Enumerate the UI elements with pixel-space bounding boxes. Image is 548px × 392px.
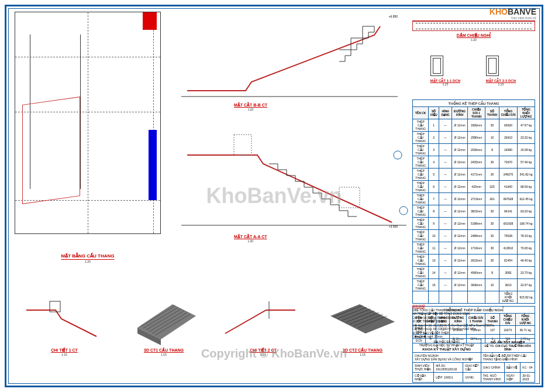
detail-row: CHI TIẾT 1 CT1:15 3D CT1 CẦU THANG1:15 C… <box>15 293 412 374</box>
tb-task: GIAO CHÍNH <box>481 363 504 373</box>
sec22-scale: 1:15 <box>486 82 516 86</box>
table-row: THÉP CẤU THANG13—Ø 12mm2615mm308145446.4… <box>413 255 535 267</box>
section-bb-title: MẶT CẮT B-B CT <box>234 103 267 107</box>
tb-date: 30-01-2023 <box>521 373 535 383</box>
detail-3d-1: 3D CT1 CẦU THANG1:15 <box>117 293 211 374</box>
svg-rect-1 <box>234 135 251 155</box>
svg-rect-2 <box>339 187 360 208</box>
tb-sheet: KC - 04 <box>521 363 535 373</box>
section-bb: +6.850 MẶT CẮT B-B CT 1:20 <box>175 12 404 111</box>
tb-topic: CHI CỤC THUẾ TỈNH HÒA BÌNH <box>495 344 531 351</box>
section-aa: +3.500 MẶT CẮT A-A CT 1:20 <box>175 120 409 243</box>
detail-1: CHI TIẾT 1 CT1:15 <box>18 293 111 374</box>
svg-point-3 <box>394 151 402 159</box>
plan-title: MẶT BẰNG CẦU THANG <box>61 253 115 260</box>
tb-advisor-label: CỐ VẤN NHẤT: <box>413 373 434 383</box>
col-header: TỔNG CHIỀU DÀI <box>499 107 518 119</box>
detail2-title: CHI TIẾT 2 CT <box>250 348 277 352</box>
site-logo: KHOBANVE THU VIEN BAN VE <box>490 7 536 20</box>
tb-project: ĐỒ ÁN TỐT NGHIỆP <box>483 340 533 344</box>
table-row: THÉP CẤU THANG14—Ø 12mm4560mm8308223.70 … <box>413 267 535 279</box>
table-row: THÉP CẤU THANG4—Ø 12mm2425mm307267057.46… <box>413 156 535 169</box>
svg-point-4 <box>399 207 408 215</box>
tb-dept: KHOA KỸ THUẬT XÂY DỰNG <box>415 347 479 351</box>
table-row: THÉP CẤU THANG1—Ø 12mm1826mm306062047.97… <box>413 119 535 132</box>
table-row: THÉP CẤU THANG8—Ø 12mm3815mm306914163.20… <box>413 205 535 218</box>
tb-class: 19XD1 <box>444 376 453 379</box>
section-aa-title: MẶT CẮT A-A CT <box>234 235 267 239</box>
col-header: CHIỀU DÀI 1 THANH <box>468 107 485 119</box>
section-22-dcn: MẶT CẮT 2-2 DCN 1:15 <box>486 56 516 86</box>
table-row: THÉP CẤU THANG10—Ø 12mm2489mm307952878.3… <box>413 230 535 242</box>
col-header: SỐ THANH <box>485 107 499 119</box>
level-bot-label: +3.500 <box>389 225 398 228</box>
detail3d2-title: 3D CT2 CẦU THANG <box>343 348 382 352</box>
general-notes: GHI CHÚ 1/BÊ TÔNG CẦU THANG SỬ DỤNG:MA T… <box>412 304 535 339</box>
beam-title: DẦM CHIẾU NGHỈ <box>457 33 491 37</box>
detail1-title: CHI TIẾT 1 CT <box>51 348 78 352</box>
col-header: TÊN CK <box>413 107 429 119</box>
staircase-plan: MẶT BẰNG CẦU THANG 1:20 <box>15 12 161 263</box>
table-row: THÉP CẤU THANG7—Ø 12mm2713mm261697628612… <box>413 193 535 205</box>
col-header: TỔNG KHỐI LƯỢNG <box>518 107 535 119</box>
tb-msv: 1911505120132 <box>436 367 457 371</box>
table1: TÊN CKSỐ HIỆUHÌNH DẠNGĐƯỜNG KÍNHCHIỀU DÀ… <box>412 106 535 304</box>
section-bb-scale: 1:20 <box>234 108 267 111</box>
detail-3d-2: 3D CT2 CẦU THANG1:15 <box>316 293 409 374</box>
detail-2: CHI TIẾT 2 CT1:15 <box>216 293 310 374</box>
beam-scale: 1:20 <box>412 38 535 42</box>
table-row: THÉP CẤU THANG6—Ø 12mm420mm2254160068.56… <box>413 181 535 193</box>
detail3d1-title: 3D CT1 CẦU THANG <box>144 348 184 352</box>
table-row: THÉP CẤU THANG2—Ø 12mm2580mm102691023.32… <box>413 132 535 144</box>
table-row: THÉP CẤU THANG9—Ø 12mm5198mm30601928168.… <box>413 218 535 230</box>
landing-beam-elevation: DẦM CHIẾU NGHỈ 1:20 <box>412 20 535 42</box>
col-header: SỐ HIỆU <box>429 107 439 119</box>
tb-student-label: SINH VIÊN THỰC HIỆN: <box>413 363 434 373</box>
tb-gvhd: ThS. NGÔ THANH VINH <box>481 373 504 383</box>
table1-title: THỐNG KÊ THÉP CẦU THANG <box>412 99 535 106</box>
col-header: ĐƯỜNG KÍNH <box>452 107 468 119</box>
plan-scale: 1:20 <box>61 260 115 263</box>
table-row: THÉP CẤU THANG15—Ø 12mm3636mm10361322.97… <box>413 279 535 291</box>
table-row: TỔNG KHỐI LƯỢNG:915.82 kg <box>413 291 535 304</box>
tb-major: XÂY DỰNG DÂN DỤNG VÀ CÔNG NGHIỆP <box>415 357 473 361</box>
level-top-label: +6.850 <box>389 15 398 18</box>
table-row: THÉP CẤU THANG5—Ø 12mm4171mm30249270341.… <box>413 169 535 181</box>
section-11-dcn: MẶT CẮT 1-1 DCN 1:15 <box>430 56 460 86</box>
sec11-scale: 1:15 <box>430 82 460 86</box>
table-row: THÉP CẤU THANG3—Ø 12mm2026mm81699015.08 … <box>413 144 535 156</box>
col-header: HÌNH DẠNG <box>439 107 452 119</box>
titleblock: ĐẠI HỌC ĐÀ NẴNG TRƯỜNG ĐẠI HỌC SƯ PHẠM K… <box>412 338 535 383</box>
table-row: THÉP CẤU THANG11—Ø 12mm1719mm3041381070.… <box>413 242 535 255</box>
section-aa-scale: 1:20 <box>234 239 267 243</box>
